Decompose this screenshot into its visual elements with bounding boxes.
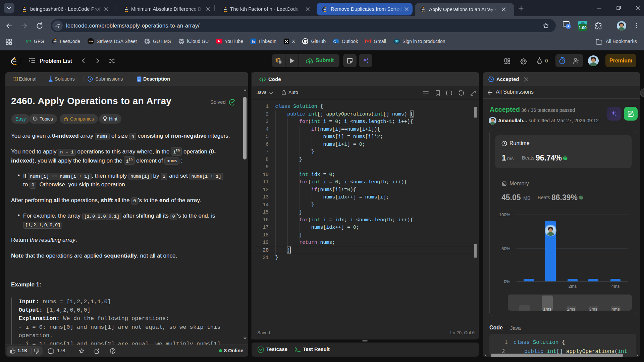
- svg-text:1.00: 1.00: [579, 26, 587, 30]
- svg-text:in: in: [252, 40, 255, 43]
- svg-text:TUF: TUF: [89, 40, 93, 43]
